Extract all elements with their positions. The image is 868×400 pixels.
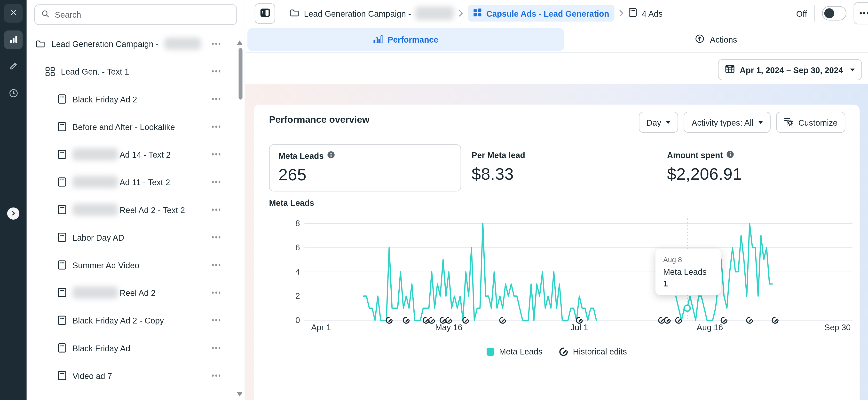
redacted-text [415, 6, 454, 20]
svg-text:4: 4 [296, 267, 300, 276]
redacted-text [72, 176, 118, 188]
top-bar: Lead Generation Campaign - Capsule Ads -… [245, 0, 868, 27]
scrollbar-up-arrow[interactable] [237, 40, 243, 45]
tree-item-menu-button[interactable] [211, 122, 221, 131]
tree-item-ad[interactable]: Video ad 7 [27, 362, 245, 389]
tree-item-ad[interactable]: Before and After - Lookalike [27, 113, 245, 140]
tree-item-label: Before and After - Lookalike [72, 122, 175, 131]
ad-icon [628, 8, 638, 19]
tree-item-menu-button[interactable] [211, 95, 221, 103]
leads-chart[interactable]: 02468Apr 1May 16Jul 1Aug 16Sep 30 Aug 8 … [287, 215, 862, 361]
adset-grid-icon [45, 67, 55, 76]
metric-card-meta-leads[interactable]: Meta Leads 265 [269, 144, 461, 191]
edit-nav-button[interactable] [4, 58, 23, 76]
legend-swatch [486, 348, 494, 356]
tree-item-ad[interactable]: Ad 11 - Text 2 [27, 168, 245, 196]
ad-icon [58, 205, 67, 214]
tree-item-ad[interactable]: Ad 14 - Text 2 [27, 140, 245, 168]
tree-item-label: Black Friday Ad 2 [72, 94, 137, 104]
tree-item-ad[interactable]: Black Friday Ad 2 [27, 85, 245, 113]
svg-text:2: 2 [296, 291, 300, 300]
chart-legend: Meta LeadsHistorical edits [253, 347, 860, 356]
tooltip-series: Meta Leads [663, 267, 713, 276]
tree-item-ad[interactable]: Summer Ad Video [27, 251, 245, 279]
expand-panel-button[interactable] [7, 207, 20, 220]
chart-controls: Day Activity types: All Customize [639, 112, 845, 133]
more-options-button[interactable] [854, 2, 868, 24]
chart-title: Meta Leads [269, 198, 314, 207]
tree-item-menu-button[interactable] [211, 288, 221, 297]
info-icon[interactable] [327, 151, 335, 161]
metric-amount-spent: Amount spent $2,206.91 [667, 151, 742, 184]
tooltip-marker [684, 305, 690, 311]
campaign-tree: Lead Generation Campaign -Lead Gen. - Te… [27, 30, 245, 400]
topbar-right-cluster: Off [796, 0, 868, 27]
customize-icon [784, 117, 794, 128]
tree-item-label: Black Friday Ad [72, 343, 130, 353]
tree-item-label: Video ad 7 [72, 371, 112, 380]
tree-item-menu-button[interactable] [211, 371, 221, 380]
svg-text:Jul 1: Jul 1 [570, 323, 588, 332]
chevron-right-icon [10, 208, 16, 219]
campaign-tree-sidebar: Lead Generation Campaign -Lead Gen. - Te… [27, 0, 245, 400]
tree-item-ad[interactable]: Reel Ad 2 - Text 2 [27, 196, 245, 224]
tree-item-menu-button[interactable] [211, 316, 221, 325]
tree-item-menu-button[interactable] [211, 150, 221, 159]
tree-item-label: Labor Day AD [72, 233, 124, 242]
tree-item-menu-button[interactable] [211, 67, 221, 75]
svg-text:6: 6 [296, 243, 300, 252]
ad-icon [58, 371, 67, 380]
close-panel-button[interactable] [4, 4, 23, 23]
scrollbar-down-arrow[interactable] [237, 392, 243, 397]
legend-label: Meta Leads [499, 347, 542, 356]
close-icon [9, 8, 18, 19]
tree-item-campaign[interactable]: Lead Generation Campaign - [27, 30, 245, 57]
tree-item-ad[interactable]: Labor Day AD [27, 224, 245, 251]
history-nav-button[interactable] [4, 85, 23, 104]
performance-bars-icon [373, 34, 383, 45]
breadcrumb-adset[interactable]: Capsule Ads - Lead Generation [468, 5, 615, 22]
customize-button[interactable]: Customize [776, 112, 845, 133]
tree-item-menu-button[interactable] [211, 178, 221, 186]
toggle-sidebar-button[interactable] [255, 3, 275, 24]
tree-item-ad[interactable]: Black Friday Ad 2 - Copy [27, 306, 245, 334]
activity-types-dropdown[interactable]: Activity types: All [684, 112, 771, 133]
tree-item-menu-button[interactable] [211, 261, 221, 269]
caret-down-icon [758, 121, 763, 124]
performance-nav-button[interactable] [4, 31, 23, 49]
nav-rail [0, 0, 27, 400]
tab-performance-label: Performance [388, 35, 438, 44]
info-icon[interactable] [726, 151, 734, 160]
breadcrumb-ads[interactable]: 4 Ads [628, 8, 663, 19]
search-box[interactable] [34, 4, 237, 25]
scrollbar-thumb[interactable] [239, 48, 243, 100]
legend-item[interactable]: Historical edits [559, 347, 627, 356]
breadcrumb-campaign[interactable]: Lead Generation Campaign - [289, 6, 454, 20]
search-icon [41, 9, 50, 20]
campaign-status-toggle[interactable] [822, 6, 846, 20]
date-range-button[interactable]: Apr 1, 2024 – Sep 30, 2024 [718, 59, 862, 80]
tab-performance[interactable]: Performance [247, 28, 564, 51]
legend-item[interactable]: Meta Leads [486, 347, 542, 356]
tree-item-label: Lead Gen. - Text 1 [61, 67, 129, 76]
tree-item-menu-button[interactable] [211, 233, 221, 241]
ad-icon [58, 149, 67, 159]
tree-item-menu-button[interactable] [211, 343, 221, 352]
tree-item-ad[interactable]: Black Friday Ad [27, 334, 245, 362]
granularity-value: Day [647, 118, 661, 127]
pencil-icon [8, 61, 19, 73]
legend-label: Historical edits [573, 347, 627, 356]
customize-label: Customize [798, 118, 837, 127]
tooltip-date: Aug 8 [663, 256, 713, 264]
search-input[interactable] [55, 10, 230, 20]
svg-text:Aug 16: Aug 16 [697, 323, 723, 332]
ad-icon [58, 343, 67, 353]
tree-item-adset[interactable]: Lead Gen. - Text 1 [27, 58, 245, 85]
tree-item-ad[interactable]: Reel Ad 2 [27, 279, 245, 306]
metric-value: $2,206.91 [667, 165, 742, 184]
tree-item-menu-button[interactable] [211, 39, 221, 48]
svg-text:0: 0 [296, 315, 300, 325]
tab-actions[interactable]: Actions [564, 28, 868, 51]
granularity-dropdown[interactable]: Day [639, 112, 679, 133]
tree-item-menu-button[interactable] [211, 205, 221, 214]
